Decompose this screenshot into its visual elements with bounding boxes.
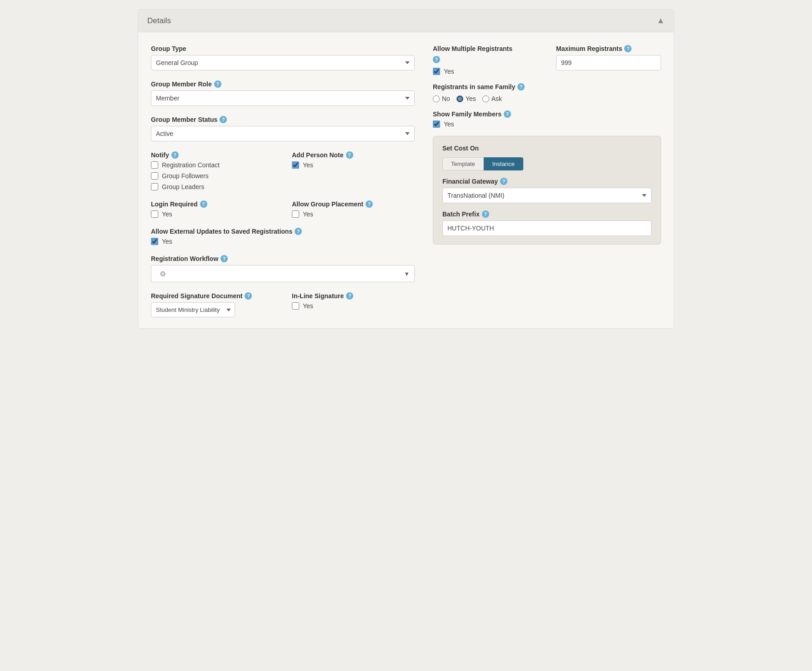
inline-signature-label: In-Line Signature ? [292, 292, 415, 300]
notify-registration-contact[interactable]: Registration Contact [151, 161, 274, 169]
allow-group-placement-yes-checkbox[interactable] [292, 210, 299, 218]
financial-gateway-help-icon[interactable]: ? [500, 178, 507, 185]
signature-row: Required Signature Document ? Student Mi… [151, 292, 415, 317]
required-signature-document-label: Required Signature Document ? [151, 292, 274, 300]
group-member-role-select[interactable]: Member Leader Volunteer [151, 90, 415, 106]
notify-label: Notify ? [151, 151, 274, 159]
login-required-group: Login Required ? Yes [151, 200, 274, 218]
same-family-no[interactable]: No [433, 95, 450, 102]
notify-group-followers[interactable]: Group Followers [151, 172, 274, 180]
workflow-gear-icon: ⚙ [151, 265, 174, 282]
financial-gateway-label: Financial Gateway ? [442, 178, 652, 185]
login-required-help-icon[interactable]: ? [200, 200, 207, 208]
login-required-yes[interactable]: Yes [151, 210, 274, 218]
workflow-select-wrapper: ⚙ ▼ [151, 265, 415, 282]
add-person-note-yes-checkbox[interactable] [292, 161, 299, 169]
allow-multiple-registrants-yes-checkbox[interactable] [433, 68, 440, 75]
show-family-members-group: Show Family Members ? Yes [433, 110, 661, 128]
batch-prefix-label: Batch Prefix ? [442, 210, 652, 218]
registration-workflow-help-icon[interactable]: ? [221, 255, 228, 262]
group-member-role-help-icon[interactable]: ? [214, 80, 221, 88]
registrants-same-family-label: Registrants in same Family ? [433, 83, 661, 90]
same-family-ask-radio[interactable] [482, 95, 489, 102]
registrants-same-family-group: Registrants in same Family ? No Yes Ask [433, 83, 661, 102]
same-family-yes[interactable]: Yes [456, 95, 476, 102]
batch-prefix-group: Batch Prefix ? [442, 210, 652, 236]
right-column: Allow Multiple Registrants ? Yes Maximum… [433, 45, 661, 317]
collapse-icon[interactable]: ▲ [657, 16, 665, 25]
group-type-select[interactable]: General Group Community Group Serving Gr… [151, 55, 415, 70]
group-type-label: Group Type [151, 45, 415, 52]
inline-signature-yes[interactable]: Yes [292, 302, 415, 310]
allow-multiple-registrants-help-icon[interactable]: ? [433, 56, 440, 63]
same-family-ask[interactable]: Ask [482, 95, 502, 102]
notify-help-icon[interactable]: ? [171, 151, 179, 159]
allow-external-updates-group: Allow External Updates to Saved Registra… [151, 228, 415, 245]
set-cost-on-group: Set Cost On Template Instance [442, 145, 652, 170]
group-member-status-select[interactable]: Active Inactive Pending [151, 126, 415, 141]
set-cost-box: Set Cost On Template Instance Financial … [433, 136, 661, 245]
inline-signature-group: In-Line Signature ? Yes [292, 292, 415, 317]
set-cost-on-label: Set Cost On [442, 145, 652, 152]
inline-signature-help-icon[interactable]: ? [346, 292, 353, 300]
maximum-registrants-label: Maximum Registrants ? [556, 45, 661, 52]
login-required-yes-checkbox[interactable] [151, 210, 158, 218]
notify-group-followers-checkbox[interactable] [151, 172, 158, 180]
allow-multiple-registrants-yes[interactable]: Yes [433, 68, 538, 75]
allow-group-placement-label: Allow Group Placement ? [292, 200, 415, 208]
login-required-label: Login Required ? [151, 200, 274, 208]
show-family-members-yes-checkbox[interactable] [433, 120, 440, 128]
allow-external-updates-yes[interactable]: Yes [151, 238, 415, 245]
maximum-registrants-input[interactable] [556, 55, 661, 70]
group-type-group: Group Type General Group Community Group… [151, 45, 415, 70]
financial-gateway-group: Financial Gateway ? TransNational (NMI) … [442, 178, 652, 203]
allow-group-placement-group: Allow Group Placement ? Yes [292, 200, 415, 218]
group-member-status-group: Group Member Status ? Active Inactive Pe… [151, 116, 415, 141]
details-panel: Details ▲ Group Type General Group Commu… [138, 9, 674, 329]
notify-checkboxes: Registration Contact Group Followers Gro… [151, 161, 274, 190]
workflow-dropdown[interactable]: ▼ [174, 265, 415, 282]
add-person-note-label: Add Person Note ? [292, 151, 415, 159]
set-cost-toggle-group: Template Instance [442, 157, 652, 170]
notify-group-leaders[interactable]: Group Leaders [151, 183, 274, 190]
batch-prefix-input[interactable] [442, 220, 652, 236]
maximum-registrants-group: Maximum Registrants ? [556, 45, 661, 75]
add-person-note-help-icon[interactable]: ? [346, 151, 353, 159]
registrants-same-family-help-icon[interactable]: ? [517, 83, 525, 90]
registration-workflow-label: Registration Workflow ? [151, 255, 415, 262]
allow-external-updates-label: Allow External Updates to Saved Registra… [151, 228, 415, 235]
financial-gateway-select[interactable]: TransNational (NMI) Stripe PayPal [442, 188, 652, 203]
allow-group-placement-yes[interactable]: Yes [292, 210, 415, 218]
allow-external-updates-yes-checkbox[interactable] [151, 238, 158, 245]
show-family-members-help-icon[interactable]: ? [504, 110, 511, 118]
notify-group-leaders-checkbox[interactable] [151, 183, 158, 190]
group-member-role-group: Group Member Role ? Member Leader Volunt… [151, 80, 415, 106]
add-person-note-yes[interactable]: Yes [292, 161, 415, 169]
allow-external-updates-help-icon[interactable]: ? [295, 228, 302, 235]
maximum-registrants-help-icon[interactable]: ? [624, 45, 632, 52]
left-column: Group Type General Group Community Group… [151, 45, 415, 317]
group-member-role-label: Group Member Role ? [151, 80, 415, 88]
notify-registration-contact-checkbox[interactable] [151, 161, 158, 169]
add-person-note-group: Add Person Note ? Yes [292, 151, 415, 190]
required-signature-document-select[interactable]: Student Ministry Liability General Waive… [151, 302, 235, 317]
required-signature-document-group: Required Signature Document ? Student Mi… [151, 292, 274, 317]
group-member-status-label: Group Member Status ? [151, 116, 415, 123]
inline-signature-yes-checkbox[interactable] [292, 302, 299, 310]
set-cost-template-button[interactable]: Template [442, 157, 484, 170]
show-family-members-yes[interactable]: Yes [433, 120, 661, 128]
allow-multiple-registrants-group: Allow Multiple Registrants ? Yes [433, 45, 538, 75]
set-cost-instance-button[interactable]: Instance [484, 157, 523, 170]
notify-add-row: Notify ? Registration Contact Group Foll… [151, 151, 415, 190]
group-member-status-help-icon[interactable]: ? [220, 116, 227, 123]
show-family-members-label: Show Family Members ? [433, 110, 661, 118]
same-family-no-radio[interactable] [433, 95, 440, 102]
required-signature-document-help-icon[interactable]: ? [245, 292, 252, 300]
batch-prefix-help-icon[interactable]: ? [482, 210, 489, 218]
allow-group-placement-help-icon[interactable]: ? [366, 200, 373, 208]
panel-header: Details ▲ [138, 10, 674, 32]
registration-workflow-group: Registration Workflow ? ⚙ ▼ [151, 255, 415, 282]
login-placement-row: Login Required ? Yes Allow Group Placeme… [151, 200, 415, 218]
registrants-top-row: Allow Multiple Registrants ? Yes Maximum… [433, 45, 661, 75]
same-family-yes-radio[interactable] [456, 95, 463, 102]
